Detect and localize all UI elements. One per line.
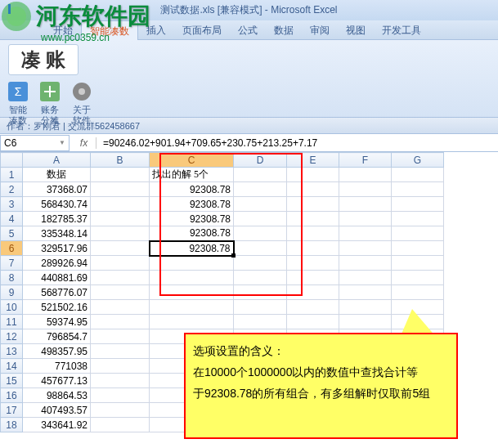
cell[interactable] — [392, 182, 444, 197]
cell[interactable] — [91, 197, 150, 212]
cell[interactable] — [91, 300, 150, 315]
cell[interactable]: 568776.07 — [23, 285, 91, 300]
cell[interactable]: 498357.95 — [23, 344, 91, 359]
cell[interactable]: 457677.13 — [23, 374, 91, 388]
cell[interactable] — [287, 182, 339, 197]
row-header[interactable]: 4 — [1, 212, 23, 226]
cell[interactable] — [91, 344, 150, 359]
cell[interactable] — [91, 256, 150, 271]
fx-icon[interactable]: fx — [72, 137, 96, 149]
tab-data[interactable]: 数据 — [266, 20, 302, 40]
row-header[interactable]: 18 — [1, 418, 23, 432]
cell[interactable] — [234, 300, 287, 315]
cell[interactable]: 37368.07 — [23, 182, 91, 197]
cell[interactable] — [234, 182, 287, 197]
cell[interactable]: 92308.78 — [150, 182, 234, 197]
col-header-D[interactable]: D — [234, 153, 287, 168]
cell[interactable] — [339, 315, 392, 329]
cell[interactable] — [339, 256, 392, 271]
row-header[interactable]: 17 — [1, 403, 23, 418]
tab-home[interactable]: 开始 — [45, 20, 81, 40]
cell[interactable] — [339, 271, 392, 285]
cell[interactable] — [392, 241, 444, 256]
cell[interactable] — [392, 226, 444, 241]
row-header[interactable]: 14 — [1, 359, 23, 374]
col-header-C[interactable]: C — [150, 153, 234, 168]
cell[interactable] — [287, 168, 339, 182]
row-header[interactable]: 2 — [1, 182, 23, 197]
cell[interactable] — [287, 197, 339, 212]
cell[interactable] — [339, 241, 392, 256]
tab-dev[interactable]: 开发工具 — [374, 20, 429, 40]
row-header[interactable]: 13 — [1, 344, 23, 359]
formula-input[interactable] — [99, 135, 498, 151]
row-header[interactable]: 16 — [1, 388, 23, 403]
cell[interactable]: 92308.78 — [150, 226, 234, 241]
cell[interactable]: 407493.57 — [23, 403, 91, 418]
cell[interactable] — [91, 403, 150, 418]
cell[interactable] — [392, 256, 444, 271]
col-header-E[interactable]: E — [287, 153, 339, 168]
cell[interactable] — [234, 197, 287, 212]
cell[interactable] — [234, 271, 287, 285]
tab-layout[interactable]: 页面布局 — [174, 20, 230, 40]
row-header[interactable]: 8 — [1, 271, 23, 285]
cell[interactable]: 796854.7 — [23, 329, 91, 344]
col-header-F[interactable]: F — [339, 153, 392, 168]
row-header[interactable]: 1 — [1, 168, 23, 182]
cell[interactable] — [339, 300, 392, 315]
cell[interactable] — [287, 285, 339, 300]
cell[interactable] — [339, 226, 392, 241]
row-header[interactable]: 15 — [1, 374, 23, 388]
row-header[interactable]: 5 — [1, 226, 23, 241]
cell[interactable] — [339, 197, 392, 212]
cell[interactable] — [91, 418, 150, 432]
row-header[interactable]: 11 — [1, 315, 23, 329]
col-header-B[interactable]: B — [91, 153, 150, 168]
cell[interactable] — [234, 315, 287, 329]
cell[interactable] — [91, 285, 150, 300]
row-header[interactable]: 10 — [1, 300, 23, 315]
select-all-corner[interactable] — [1, 153, 23, 168]
cell[interactable] — [234, 285, 287, 300]
cell[interactable] — [150, 315, 234, 329]
cell[interactable] — [339, 168, 392, 182]
cell[interactable]: 找出的解 5个 — [150, 168, 234, 182]
cell[interactable] — [91, 329, 150, 344]
tab-smart-sum[interactable]: 智能凑数 — [81, 20, 138, 40]
chevron-down-icon[interactable]: ▼ — [59, 139, 65, 146]
cell[interactable] — [392, 168, 444, 182]
cell[interactable] — [287, 226, 339, 241]
cell[interactable]: 329517.96 — [23, 241, 91, 256]
cell[interactable] — [234, 168, 287, 182]
tab-view[interactable]: 视图 — [338, 20, 374, 40]
cell[interactable] — [339, 182, 392, 197]
row-header[interactable]: 7 — [1, 256, 23, 271]
cell[interactable] — [91, 359, 150, 374]
cell[interactable] — [91, 374, 150, 388]
cell[interactable]: 289926.94 — [23, 256, 91, 271]
cell[interactable]: 335348.14 — [23, 226, 91, 241]
cell[interactable] — [91, 241, 150, 256]
cell[interactable] — [91, 182, 150, 197]
cell[interactable] — [91, 315, 150, 329]
cell[interactable] — [91, 388, 150, 403]
cell[interactable] — [150, 300, 234, 315]
col-header-A[interactable]: A — [23, 153, 91, 168]
cell[interactable] — [150, 285, 234, 300]
cell[interactable]: 59374.95 — [23, 315, 91, 329]
cell[interactable] — [91, 271, 150, 285]
cell[interactable] — [339, 285, 392, 300]
cell[interactable]: 440881.69 — [23, 271, 91, 285]
cell[interactable] — [150, 271, 234, 285]
cell[interactable] — [287, 256, 339, 271]
cell[interactable] — [287, 300, 339, 315]
cell[interactable]: 771038 — [23, 359, 91, 374]
cell[interactable] — [234, 212, 287, 226]
cell[interactable] — [287, 212, 339, 226]
cell[interactable] — [150, 256, 234, 271]
cell[interactable] — [234, 241, 287, 256]
cell[interactable] — [392, 197, 444, 212]
cell[interactable] — [392, 285, 444, 300]
name-box[interactable]: C6▼ — [0, 135, 70, 151]
